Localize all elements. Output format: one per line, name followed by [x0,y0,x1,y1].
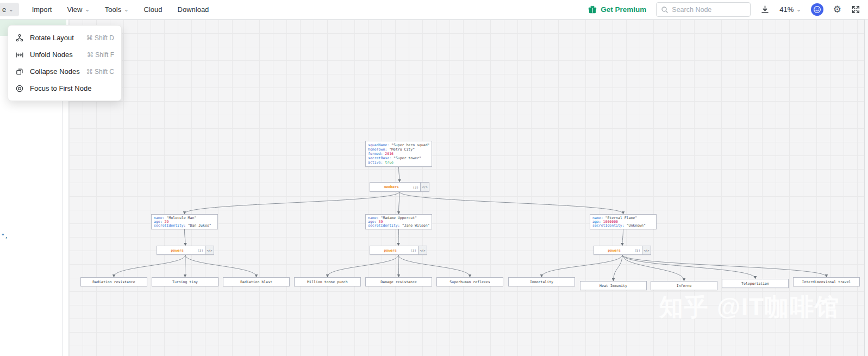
canvas-scrollbar[interactable] [864,20,868,356]
collapse-nodes-icon [15,67,24,76]
menu-item-label: Rotate Layout [30,34,80,42]
graph-node-l6[interactable]: Superhuman reflexes [436,277,503,286]
search-node-box [656,2,751,17]
zoom-level-value: 41% [779,5,794,14]
menu-tools-label: Tools [105,5,121,14]
menu-item-shortcut: ⌘ Shift C [86,68,114,76]
graph-node-l10[interactable]: Teleportation [722,279,789,288]
leaf-label: Radiation blast [240,280,272,284]
menu-item-label: Unfold Nodes [30,51,81,59]
leaf-label: Turning tiny [172,280,198,284]
menu-item-label: Collapse Nodes [30,67,80,76]
menu-item-shortcut: ⌘ Shift F [87,51,114,59]
node-row: secretBase: "Super tower" [368,156,429,160]
graph-node-l8[interactable]: Heat Immunity [580,281,647,290]
editor-text-fragment: ", [1,233,8,240]
child-count: (3) [197,246,205,254]
gear-icon[interactable]: ⚙ [833,5,841,14]
leaf-label: Teleportation [741,282,769,286]
leaf-label: Inferno [677,284,691,288]
leaf-label: Million tonne punch [307,280,347,284]
menu-bar: Import View⌄ Tools⌄ Cloud Download [32,5,209,14]
array-key-label: powers [370,246,410,254]
file-menu-label: e [2,5,6,14]
expand-collapse-icon[interactable]: </> [642,246,651,254]
array-key-label: powers [594,246,634,254]
node-row: formed: 2016 [368,152,429,156]
get-premium-label: Get Premium [601,5,646,14]
unfold-nodes-icon [15,51,24,59]
rotate-layout-icon [15,34,24,42]
tools-dropdown-menu: Rotate Layout ⌘ Shift D Unfold Nodes ⌘ S… [8,25,122,101]
expand-collapse-icon[interactable]: </> [205,246,214,254]
leaf-label: Superhuman reflexes [449,280,490,284]
leaf-label: Radiation resistance [92,280,135,284]
menu-view-label: View [67,5,82,14]
node-row: active: true [368,160,429,165]
leaf-label: Heat Immunity [600,284,627,288]
chevron-down-icon: ⌄ [9,7,13,13]
graph-node-l11[interactable]: Interdimensional travel [793,277,860,286]
expand-collapse-icon[interactable]: </> [418,246,427,254]
menu-cloud[interactable]: Cloud [144,5,163,14]
graph-node-m3[interactable]: name: "Eternal Flame"age: 1000000secretI… [590,214,657,229]
graph-node-p3[interactable]: powers(5)</> [594,246,651,255]
chevron-down-icon: ⌄ [85,7,89,13]
menu-tools[interactable]: Tools⌄ [105,5,129,14]
graph-node-l2[interactable]: Turning tiny [152,277,218,286]
graph-node-l3[interactable]: Radiation blast [223,277,290,286]
chevron-down-icon: ⌄ [796,7,801,13]
zoom-level-dropdown[interactable]: 41% ⌄ [779,5,801,14]
graph-node-l4[interactable]: Million tonne punch [294,277,361,286]
graph-node-l9[interactable]: Inferno [651,281,717,290]
menu-item-collapse-nodes[interactable]: Collapse Nodes ⌘ Shift C [8,63,121,80]
menu-item-unfold-nodes[interactable]: Unfold Nodes ⌘ Shift F [8,46,121,63]
gift-icon [588,5,597,14]
graph-node-m1[interactable]: name: "Molecule Man"age: 29secretIdentit… [151,214,218,229]
graph-node-l7[interactable]: Immortality [508,277,575,286]
node-row: secretIdentity: "Dan Jukes" [154,224,215,228]
graph-node-m2[interactable]: name: "Madame Uppercut"age: 39secretIden… [365,214,432,229]
menu-cloud-label: Cloud [144,5,163,14]
leaf-label: Damage resistance [380,280,417,284]
graph-canvas[interactable]: squadName: "Super hero squad"homeTown: "… [69,20,868,356]
leaf-label: Immortality [530,280,553,284]
leaf-label: Interdimensional travel [802,280,851,284]
node-row: secretIdentity: "Unknown" [592,224,654,228]
download-image-icon[interactable] [760,5,770,14]
child-count: (5) [634,246,642,254]
menu-download-label: Download [178,5,209,14]
menu-item-label: Focus to First Node [30,84,108,92]
array-key-label: members [370,183,413,191]
menu-item-shortcut: ⌘ Shift D [86,34,114,42]
search-node-input[interactable] [672,6,746,14]
toolbar-right: Get Premium 41% ⌄ ⚙ [588,2,860,17]
account-avatar[interactable] [811,3,823,16]
node-row: homeTown: "Metro City" [368,147,429,152]
menu-item-focus-first-node[interactable]: Focus to First Node [8,80,121,97]
menu-import-label: Import [32,5,52,14]
graph-node-members[interactable]: members(3)</> [370,182,429,192]
focus-first-node-icon [15,84,24,93]
graph-node-p1[interactable]: powers(3)</> [157,246,214,255]
graph-node-l1[interactable]: Radiation resistance [80,277,147,286]
child-count: (3) [413,183,420,191]
menu-item-rotate-layout[interactable]: Rotate Layout ⌘ Shift D [8,29,121,46]
graph-node-p2[interactable]: powers(3)</> [370,246,427,255]
menu-import[interactable]: Import [32,5,52,14]
get-premium-button[interactable]: Get Premium [588,5,646,14]
graph-node-l5[interactable]: Damage resistance [365,277,432,286]
array-key-label: powers [157,246,197,254]
graph-node-root[interactable]: squadName: "Super hero squad"homeTown: "… [365,141,432,167]
menu-view[interactable]: View⌄ [67,5,89,14]
node-row: secretIdentity: "Jane Wilson" [368,224,429,228]
chevron-down-icon: ⌄ [124,7,128,13]
file-menu-button[interactable]: e ⌄ [0,3,19,16]
node-row: squadName: "Super hero squad" [368,143,429,147]
main-area: ", squadName: "Super hero squad"homeTown… [0,20,868,356]
menu-download[interactable]: Download [178,5,209,14]
search-icon [661,6,669,14]
watermark-text: 知乎 @IT咖啡馆 [659,291,840,323]
fullscreen-icon[interactable] [851,5,860,14]
expand-collapse-icon[interactable]: </> [420,183,429,191]
